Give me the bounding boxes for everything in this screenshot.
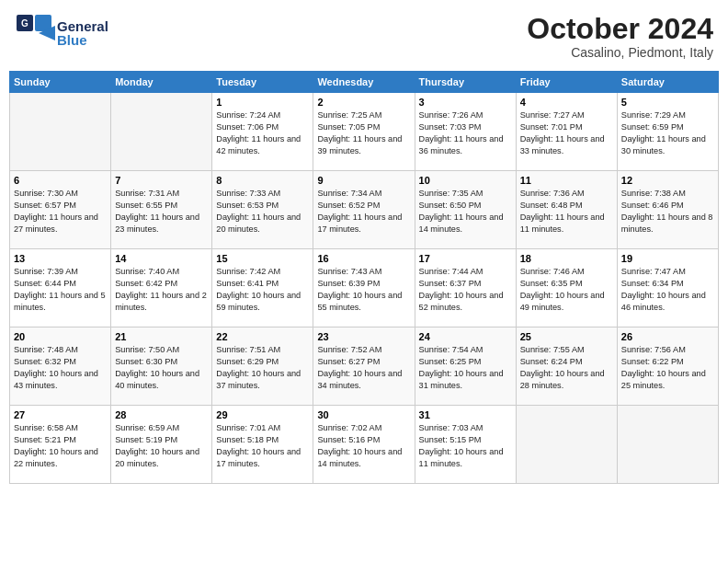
calendar-cell: 8Sunrise: 7:33 AM Sunset: 6:53 PM Daylig… <box>212 171 313 249</box>
day-info: Sunrise: 7:43 AM Sunset: 6:39 PM Dayligh… <box>317 266 410 314</box>
day-number: 21 <box>115 331 208 342</box>
day-info: Sunrise: 7:56 AM Sunset: 6:22 PM Dayligh… <box>621 344 714 392</box>
calendar-cell: 3Sunrise: 7:26 AM Sunset: 7:03 PM Daylig… <box>415 93 516 171</box>
day-info: Sunrise: 7:26 AM Sunset: 7:03 PM Dayligh… <box>419 109 512 157</box>
day-number: 24 <box>419 331 512 342</box>
day-info: Sunrise: 7:39 AM Sunset: 6:44 PM Dayligh… <box>14 266 107 314</box>
day-info: Sunrise: 7:46 AM Sunset: 6:35 PM Dayligh… <box>520 266 613 314</box>
day-number: 7 <box>115 175 208 186</box>
day-info: Sunrise: 7:36 AM Sunset: 6:48 PM Dayligh… <box>520 188 613 236</box>
day-number: 6 <box>14 175 107 186</box>
day-info: Sunrise: 7:51 AM Sunset: 6:29 PM Dayligh… <box>216 344 309 392</box>
month-title: October 2024 <box>527 13 713 45</box>
page-header: G General Blue October 2024 Casalino, Pi… <box>9 9 719 63</box>
calendar-cell: 13Sunrise: 7:39 AM Sunset: 6:44 PM Dayli… <box>10 249 111 327</box>
calendar-cell: 29Sunrise: 7:01 AM Sunset: 5:18 PM Dayli… <box>212 406 313 484</box>
day-info: Sunrise: 7:03 AM Sunset: 5:15 PM Dayligh… <box>419 422 512 470</box>
day-number: 4 <box>520 97 613 108</box>
calendar-cell: 6Sunrise: 7:30 AM Sunset: 6:57 PM Daylig… <box>10 171 111 249</box>
calendar-cell: 20Sunrise: 7:48 AM Sunset: 6:32 PM Dayli… <box>10 327 111 406</box>
calendar-cell <box>10 93 111 171</box>
calendar-cell <box>516 406 617 484</box>
calendar-cell: 7Sunrise: 7:31 AM Sunset: 6:55 PM Daylig… <box>111 171 212 249</box>
day-number: 16 <box>317 253 410 264</box>
day-number: 5 <box>621 97 714 108</box>
day-info: Sunrise: 7:31 AM Sunset: 6:55 PM Dayligh… <box>115 188 208 236</box>
calendar-cell: 18Sunrise: 7:46 AM Sunset: 6:35 PM Dayli… <box>516 249 617 327</box>
day-number: 28 <box>115 409 208 420</box>
day-number: 27 <box>14 409 107 420</box>
day-number: 23 <box>317 331 410 342</box>
day-number: 11 <box>520 175 613 186</box>
day-info: Sunrise: 7:35 AM Sunset: 6:50 PM Dayligh… <box>419 188 512 236</box>
day-number: 18 <box>520 253 613 264</box>
day-info: Sunrise: 7:54 AM Sunset: 6:25 PM Dayligh… <box>419 344 512 392</box>
day-info: Sunrise: 7:48 AM Sunset: 6:32 PM Dayligh… <box>14 344 107 392</box>
day-info: Sunrise: 7:02 AM Sunset: 5:16 PM Dayligh… <box>317 422 410 470</box>
day-info: Sunrise: 6:58 AM Sunset: 5:21 PM Dayligh… <box>14 422 107 470</box>
calendar-cell: 16Sunrise: 7:43 AM Sunset: 6:39 PM Dayli… <box>313 249 415 327</box>
calendar-cell <box>111 93 212 171</box>
calendar-cell <box>617 406 718 484</box>
calendar-cell: 26Sunrise: 7:56 AM Sunset: 6:22 PM Dayli… <box>617 327 718 406</box>
day-number: 30 <box>317 409 410 420</box>
day-number: 10 <box>419 175 512 186</box>
col-header-monday: Monday <box>111 72 212 93</box>
calendar-cell: 12Sunrise: 7:38 AM Sunset: 6:46 PM Dayli… <box>617 171 718 249</box>
calendar-cell: 27Sunrise: 6:58 AM Sunset: 5:21 PM Dayli… <box>10 406 111 484</box>
title-block: October 2024 Casalino, Piedmont, Italy <box>527 13 713 60</box>
day-info: Sunrise: 7:29 AM Sunset: 6:59 PM Dayligh… <box>621 109 714 157</box>
day-info: Sunrise: 7:27 AM Sunset: 7:01 PM Dayligh… <box>520 109 613 157</box>
calendar-cell: 15Sunrise: 7:42 AM Sunset: 6:41 PM Dayli… <box>212 249 313 327</box>
calendar-cell: 11Sunrise: 7:36 AM Sunset: 6:48 PM Dayli… <box>516 171 617 249</box>
col-header-sunday: Sunday <box>10 72 111 93</box>
col-header-saturday: Saturday <box>617 72 718 93</box>
logo: G General Blue <box>15 13 108 53</box>
day-number: 31 <box>419 409 512 420</box>
day-info: Sunrise: 7:40 AM Sunset: 6:42 PM Dayligh… <box>115 266 208 314</box>
day-info: Sunrise: 7:34 AM Sunset: 6:52 PM Dayligh… <box>317 188 410 236</box>
calendar-cell: 19Sunrise: 7:47 AM Sunset: 6:34 PM Dayli… <box>617 249 718 327</box>
calendar-cell: 23Sunrise: 7:52 AM Sunset: 6:27 PM Dayli… <box>313 327 415 406</box>
day-info: Sunrise: 7:30 AM Sunset: 6:57 PM Dayligh… <box>14 188 107 236</box>
calendar-cell: 24Sunrise: 7:54 AM Sunset: 6:25 PM Dayli… <box>415 327 516 406</box>
calendar-cell: 28Sunrise: 6:59 AM Sunset: 5:19 PM Dayli… <box>111 406 212 484</box>
day-info: Sunrise: 7:38 AM Sunset: 6:46 PM Dayligh… <box>621 188 714 236</box>
location-subtitle: Casalino, Piedmont, Italy <box>527 45 713 60</box>
calendar-cell: 25Sunrise: 7:55 AM Sunset: 6:24 PM Dayli… <box>516 327 617 406</box>
day-number: 15 <box>216 253 309 264</box>
calendar-cell: 17Sunrise: 7:44 AM Sunset: 6:37 PM Dayli… <box>415 249 516 327</box>
day-info: Sunrise: 7:50 AM Sunset: 6:30 PM Dayligh… <box>115 344 208 392</box>
day-number: 3 <box>419 97 512 108</box>
day-number: 9 <box>317 175 410 186</box>
calendar-cell: 22Sunrise: 7:51 AM Sunset: 6:29 PM Dayli… <box>212 327 313 406</box>
day-info: Sunrise: 7:33 AM Sunset: 6:53 PM Dayligh… <box>216 188 309 236</box>
calendar-cell: 30Sunrise: 7:02 AM Sunset: 5:16 PM Dayli… <box>313 406 415 484</box>
calendar-cell: 14Sunrise: 7:40 AM Sunset: 6:42 PM Dayli… <box>111 249 212 327</box>
day-info: Sunrise: 6:59 AM Sunset: 5:19 PM Dayligh… <box>115 422 208 470</box>
day-number: 12 <box>621 175 714 186</box>
day-number: 1 <box>216 97 309 108</box>
day-info: Sunrise: 7:01 AM Sunset: 5:18 PM Dayligh… <box>216 422 309 470</box>
calendar-cell: 5Sunrise: 7:29 AM Sunset: 6:59 PM Daylig… <box>617 93 718 171</box>
day-number: 25 <box>520 331 613 342</box>
calendar-cell: 9Sunrise: 7:34 AM Sunset: 6:52 PM Daylig… <box>313 171 415 249</box>
day-number: 13 <box>14 253 107 264</box>
day-number: 2 <box>317 97 410 108</box>
calendar-table: SundayMondayTuesdayWednesdayThursdayFrid… <box>9 71 719 484</box>
col-header-tuesday: Tuesday <box>212 72 313 93</box>
day-info: Sunrise: 7:55 AM Sunset: 6:24 PM Dayligh… <box>520 344 613 392</box>
col-header-wednesday: Wednesday <box>313 72 415 93</box>
calendar-cell: 2Sunrise: 7:25 AM Sunset: 7:05 PM Daylig… <box>313 93 415 171</box>
day-number: 22 <box>216 331 309 342</box>
day-info: Sunrise: 7:24 AM Sunset: 7:06 PM Dayligh… <box>216 109 309 157</box>
day-info: Sunrise: 7:52 AM Sunset: 6:27 PM Dayligh… <box>317 344 410 392</box>
day-number: 29 <box>216 409 309 420</box>
col-header-friday: Friday <box>516 72 617 93</box>
day-info: Sunrise: 7:42 AM Sunset: 6:41 PM Dayligh… <box>216 266 309 314</box>
calendar-cell: 21Sunrise: 7:50 AM Sunset: 6:30 PM Dayli… <box>111 327 212 406</box>
calendar-cell: 4Sunrise: 7:27 AM Sunset: 7:01 PM Daylig… <box>516 93 617 171</box>
day-info: Sunrise: 7:44 AM Sunset: 6:37 PM Dayligh… <box>419 266 512 314</box>
day-number: 8 <box>216 175 309 186</box>
day-number: 26 <box>621 331 714 342</box>
